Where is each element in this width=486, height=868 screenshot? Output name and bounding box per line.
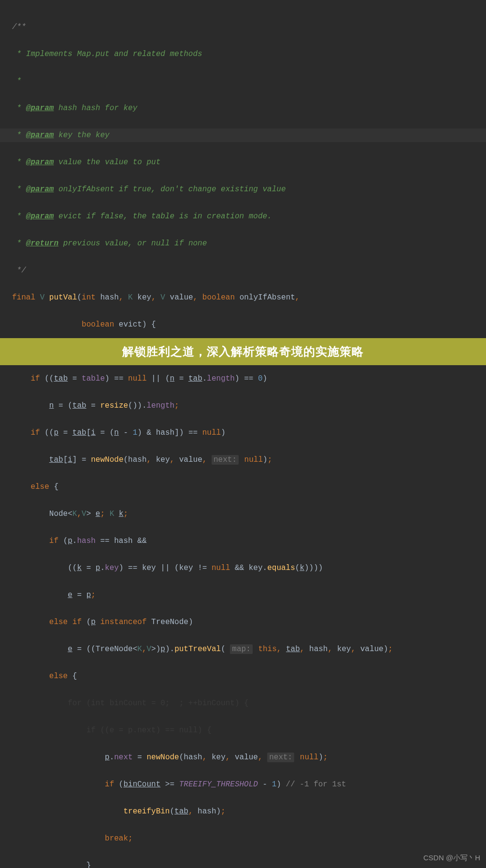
elseif-1: else if (p instanceof TreeNode) xyxy=(12,615,481,629)
for-obs: for (int binCount = 0; ; ++binCount) { xyxy=(12,697,481,710)
newnode-2: p.next = newNode(hash, key, value, next:… xyxy=(12,751,481,764)
method-sig-2: boolean evict) { xyxy=(12,318,481,331)
doc-param-value: * @param value the value to put xyxy=(12,156,481,169)
method-sig-1: final V putVal(int hash, K key, V value,… xyxy=(12,291,481,304)
overlay-banner: 解锁胜利之道，深入解析策略奇境的实施策略 xyxy=(0,338,486,365)
resize-1: n = (tab = resize()).length; xyxy=(12,399,481,413)
watermark-text: CSDN @小写丶H xyxy=(423,852,480,864)
break-1: break; xyxy=(12,832,481,845)
decl-2: Node<K,V> e; K k; xyxy=(12,507,481,521)
code-editor[interactable]: /** * Implements Map.put and related met… xyxy=(0,0,486,868)
else-1: else { xyxy=(12,480,481,494)
if-1: if ((tab = table) == null || (n = tab.le… xyxy=(12,372,481,385)
if-treeify: if (binCount >= TREEIFY_THRESHOLD - 1) /… xyxy=(12,778,481,791)
treeval: e = ((TreeNode<K,V>)p).putTreeVal( map: … xyxy=(12,642,481,656)
doc-desc: * Implements Map.put and related methods xyxy=(12,47,481,61)
doc-param-only: * @param onlyIfAbsent if true, don't cha… xyxy=(12,183,481,196)
doc-param-hash: * @param hash hash for key xyxy=(12,101,481,115)
newnode-1: tab[i] = newNode(hash, key, value, next:… xyxy=(12,453,481,467)
if-2: if ((p = tab[i = (n - 1) & hash]) == nul… xyxy=(12,426,481,440)
doc-open: /** xyxy=(12,20,481,34)
doc-param-evict: * @param evict if false, the table is in… xyxy=(12,210,481,223)
doc-return: * @return previous value, or null if non… xyxy=(12,237,481,250)
if-3: if (p.hash == hash && xyxy=(12,534,481,548)
treeifybin: treeifyBin(tab, hash); xyxy=(12,805,481,818)
doc-close: */ xyxy=(12,264,481,277)
brace-close-1: } xyxy=(12,859,481,868)
if-obs: if ((e = p.next) == null) { xyxy=(12,724,481,737)
else-2: else { xyxy=(12,669,481,683)
banner-text: 解锁胜利之道，深入解析策略奇境的实施策略 xyxy=(122,342,364,362)
param-hint-next-2: next: xyxy=(267,753,294,762)
doc-param-key: * @param key the key xyxy=(0,128,486,142)
doc-blank: * xyxy=(12,74,481,88)
param-hint-map: map: xyxy=(230,644,252,654)
param-hint-next: next: xyxy=(212,455,239,465)
assign-e: e = p; xyxy=(12,588,481,602)
cond-1: ((k = p.key) == key || (key != null && k… xyxy=(12,561,481,575)
